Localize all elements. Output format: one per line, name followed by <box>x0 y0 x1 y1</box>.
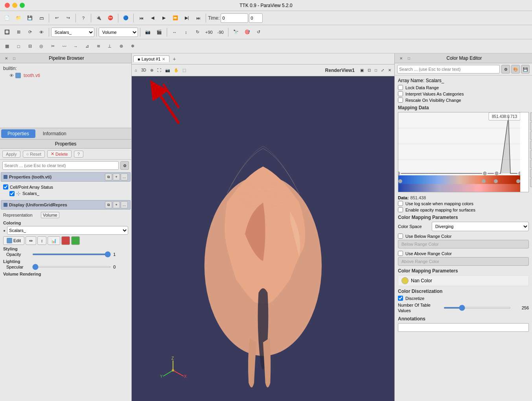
vt-reset-button[interactable]: ⌂ <box>133 66 139 75</box>
cme-color-button[interactable]: 🔴 <box>530 160 532 168</box>
layout-tab[interactable]: ■ Layout #1 ✕ <box>133 55 169 62</box>
screenshot-button[interactable]: 📷 <box>142 27 153 38</box>
undo-button[interactable]: ↩ <box>51 13 62 24</box>
play-button[interactable]: ▶ <box>158 13 169 24</box>
next-frame-button[interactable]: ▶| <box>181 13 192 24</box>
record-button[interactable]: 🎬 <box>154 27 165 38</box>
section-add-button[interactable]: + <box>113 173 120 180</box>
below-range-checkbox[interactable] <box>398 234 403 239</box>
color-swatch2-button[interactable] <box>71 236 80 245</box>
table-values-slider[interactable] <box>444 307 511 309</box>
sources-button[interactable]: 🔵 <box>120 13 131 24</box>
close-button[interactable] <box>5 3 10 8</box>
first-frame-button[interactable]: ⏮ <box>136 13 147 24</box>
panels-button[interactable]: ▦ <box>2 41 13 52</box>
opacity-slider[interactable] <box>32 254 111 255</box>
pipeline-float-button[interactable]: □ <box>11 55 17 61</box>
cme-settings-button[interactable]: ⚙ <box>501 65 510 74</box>
rescale-visibility-checkbox[interactable] <box>398 97 403 103</box>
save-data-button[interactable]: 🗃 <box>36 13 47 24</box>
vt-interact-button[interactable]: ✋ <box>172 66 180 75</box>
rescale-custom-button[interactable]: ↕ <box>37 236 47 245</box>
vt-camera-button[interactable]: 📷 <box>164 66 171 75</box>
cme-float-button[interactable]: □ <box>406 55 412 61</box>
slice-button[interactable]: ⊟ <box>24 41 35 52</box>
display-copy-button[interactable]: ⧉ <box>105 201 112 208</box>
group-button[interactable]: ❄ <box>127 41 138 52</box>
cme-expand-button[interactable]: ⇔ <box>530 112 532 121</box>
last-frame-button[interactable]: ⏭ <box>193 13 204 24</box>
props-search-input[interactable] <box>2 161 119 170</box>
toggle-legend-button[interactable]: 📊 <box>48 236 60 245</box>
camera1-button[interactable]: 🔭 <box>230 27 241 38</box>
vt-maximize-button[interactable]: ⤢ <box>379 66 386 75</box>
minus90-button[interactable]: -90 <box>215 27 226 38</box>
eye-toggle-icon[interactable]: 👁 <box>9 73 14 78</box>
camera2-button[interactable]: 🎯 <box>242 27 253 38</box>
color-swatch-button[interactable] <box>61 236 70 245</box>
threshold-button[interactable]: ⊥ <box>104 41 115 52</box>
save-state-button[interactable]: 💾 <box>24 13 35 24</box>
coloring-select[interactable]: Scalars_ <box>7 226 128 235</box>
vt-axes-button[interactable]: ⊕ <box>149 66 155 75</box>
lock-data-range-checkbox[interactable] <box>398 85 403 90</box>
delete-button[interactable]: ✕ Delete <box>47 150 72 158</box>
tab-information[interactable]: Information <box>37 129 73 138</box>
glyph-button[interactable]: → <box>70 41 81 52</box>
pipeline-close-button[interactable]: ✕ <box>3 55 9 61</box>
zoom-fit-button[interactable]: ⊞ <box>13 27 24 38</box>
minimize-button[interactable] <box>12 3 17 8</box>
new-button[interactable]: 📄 <box>2 13 13 24</box>
redo-button[interactable]: ↪ <box>63 13 74 24</box>
eye-button[interactable]: 👁 <box>36 27 47 38</box>
viewport-canvas[interactable]: X Y Z <box>132 76 394 401</box>
volume-select[interactable]: Volume <box>99 28 138 37</box>
above-range-checkbox[interactable] <box>398 251 403 256</box>
cme-line-button[interactable]: ↗ <box>530 150 532 159</box>
scalars-checkbox[interactable] <box>9 191 15 196</box>
section-copy-button[interactable]: ⧉ <box>105 173 112 180</box>
connect-server-button[interactable]: 🔌 <box>93 13 104 24</box>
outline-button[interactable]: □ <box>13 41 24 52</box>
play-loop-button[interactable]: ⏩ <box>170 13 181 24</box>
discretize-checkbox[interactable] <box>398 296 403 301</box>
representation-select[interactable]: Scalars_ <box>51 28 94 37</box>
vt-select-button[interactable]: ⬚ <box>181 66 188 75</box>
cme-opacity-button[interactable]: ◑ <box>530 169 532 178</box>
add-layout-button[interactable]: + <box>170 55 178 63</box>
reset-camera-button[interactable]: 🔲 <box>2 27 13 38</box>
warp-button[interactable]: ⊿ <box>81 41 92 52</box>
vt-close-button[interactable]: ✕ <box>387 66 393 75</box>
cme-gear-button[interactable]: ⚙ <box>530 178 532 187</box>
vt-3d-button[interactable]: 3D <box>140 66 148 75</box>
rescale-button[interactable]: ⇔ <box>26 236 36 245</box>
cme-palette-button[interactable]: 🎨 <box>511 65 520 74</box>
apply-button[interactable]: Apply <box>2 151 20 158</box>
disconnect-server-button[interactable]: ⛔ <box>105 13 116 24</box>
prev-frame-button[interactable]: ◀ <box>147 13 158 24</box>
properties-section-toggle[interactable] <box>4 175 7 179</box>
help-button[interactable]: ? <box>78 13 89 24</box>
props-search-settings-button[interactable]: ⚙ <box>120 161 129 170</box>
color-space-select[interactable]: Diverging RGB HSV Lab <box>432 222 529 231</box>
vt-orient-button[interactable]: ⛶ <box>156 66 163 75</box>
pipeline-item-builtin[interactable]: builtin: <box>0 65 131 72</box>
stream-button[interactable]: 〰 <box>59 41 70 52</box>
display-section-toggle[interactable] <box>4 203 7 207</box>
cme-show-legend-button[interactable]: 👁 <box>530 141 532 149</box>
help-props-button[interactable]: ? <box>74 151 83 158</box>
contour-button[interactable]: ≋ <box>93 41 104 52</box>
extract-button[interactable]: ⊛ <box>116 41 127 52</box>
cme-save-button[interactable]: 💾 <box>521 65 530 74</box>
time-input[interactable] <box>221 13 248 23</box>
nan-color-swatch[interactable] <box>401 277 409 284</box>
plus90-button[interactable]: +90 <box>203 27 215 38</box>
edit-color-button[interactable]: Edit <box>3 236 24 245</box>
pipeline-item-tooth[interactable]: 👁 tooth.vti <box>0 72 131 79</box>
tab-properties[interactable]: Properties <box>1 129 35 138</box>
scale-button[interactable]: ↕ <box>180 27 191 38</box>
display-more-button[interactable]: … <box>121 201 128 208</box>
cme-zoom-button[interactable]: 🔍 <box>530 122 532 131</box>
vt-layout1-button[interactable]: ▣ <box>359 66 365 75</box>
vt-layout3-button[interactable]: □ <box>373 66 379 75</box>
